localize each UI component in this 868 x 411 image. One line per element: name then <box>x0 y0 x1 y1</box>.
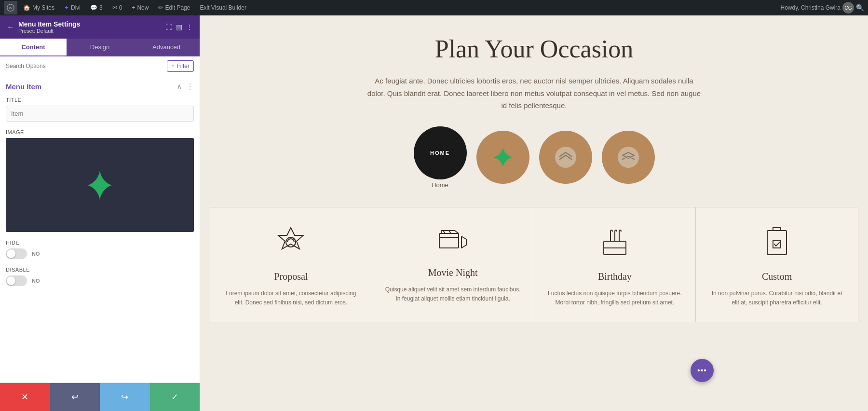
page-hero: Plan Your Occasion Ac feugiat ante. Done… <box>200 15 868 207</box>
nav-star-item <box>476 131 529 184</box>
section-more-icon[interactable]: ⋮ <box>186 82 194 91</box>
hide-toggle-label: NO <box>32 251 40 257</box>
image-label: Image <box>6 129 194 135</box>
panel-search: + Filter <box>0 56 200 76</box>
nav-gray1-item <box>539 131 592 184</box>
disable-toggle[interactable] <box>6 275 27 286</box>
nav-gray1-circle[interactable] <box>539 131 592 184</box>
panel-content: Menu Item ∧ ⋮ Title Image <box>0 76 200 383</box>
panel-footer: ✕ ↩ ↪ ✓ <box>0 383 200 411</box>
tab-content[interactable]: Content <box>0 39 67 56</box>
chevron-icon <box>551 143 580 172</box>
user-avatar[interactable]: CG <box>842 2 854 14</box>
image-preview[interactable] <box>6 138 194 232</box>
admin-bar-divi[interactable]: ✦ Divi <box>60 0 84 15</box>
search-icon[interactable]: 🔍 <box>856 4 864 12</box>
svg-point-3 <box>618 147 639 168</box>
nav-home-label: Home <box>414 181 467 189</box>
nav-gray2-item <box>602 131 655 184</box>
movie-night-icon <box>384 227 522 258</box>
main-layout: ← Menu Item Settings Preset: Default ⛶ ▤… <box>0 15 868 411</box>
svg-point-2 <box>555 147 576 168</box>
birthday-title: Birthday <box>546 271 684 282</box>
title-label: Title <box>6 97 194 103</box>
section-actions: ∧ ⋮ <box>176 82 194 91</box>
cancel-button[interactable]: ✕ <box>0 383 50 411</box>
collapse-icon[interactable]: ∧ <box>176 82 182 91</box>
movie-night-title: Movie Night <box>384 267 522 278</box>
disable-label: Disable <box>6 267 194 273</box>
card-proposal: Proposal Lorem ipsum dolor sit amet, con… <box>210 207 372 322</box>
disable-field: Disable NO <box>6 267 194 286</box>
admin-bar: W 🏠 My Sites ✦ Divi 💬 3 ✉ 0 + New ✏ Edit… <box>0 0 868 15</box>
fullscreen-icon[interactable]: ⛶ <box>165 23 172 31</box>
movie-night-desc: Quisque aliquet velit sit amet sem inter… <box>384 285 522 303</box>
layers-icon <box>614 143 643 172</box>
admin-bar-new[interactable]: + New <box>128 0 152 15</box>
nav-star-circle[interactable] <box>476 131 529 184</box>
divi-icon: ✦ <box>64 4 69 11</box>
save-button[interactable]: ✓ <box>150 383 200 411</box>
proposal-icon <box>222 227 360 261</box>
left-panel: ← Menu Item Settings Preset: Default ⛶ ▤… <box>0 15 200 411</box>
cards-section: Proposal Lorem ipsum dolor sit amet, con… <box>210 207 858 322</box>
panel-tabs: Content Design Advanced <box>0 39 200 56</box>
page-description: Ac feugiat ante. Donec ultricies loborti… <box>366 75 703 112</box>
admin-bar-exit-builder[interactable]: Exit Visual Builder <box>196 0 250 15</box>
title-input[interactable] <box>6 106 194 122</box>
filter-icon: + <box>171 63 175 69</box>
undo-button[interactable]: ↩ <box>50 383 100 411</box>
save-icon: ✓ <box>171 392 178 402</box>
redo-button[interactable]: ↪ <box>100 383 150 411</box>
admin-bar-user: Howdy, Christina Gwira CG 🔍 <box>781 2 864 14</box>
floating-action-button[interactable]: ••• <box>691 359 714 382</box>
panel-title: Menu Item Settings <box>18 20 80 28</box>
admin-bar-comments[interactable]: 💬 3 <box>86 0 107 15</box>
content-area: Plan Your Occasion Ac feugiat ante. Done… <box>200 15 868 411</box>
card-custom: Custom In non pulvinar purus. Curabitur … <box>696 207 858 322</box>
star-icon <box>491 146 515 169</box>
section-header: Menu Item ∧ ⋮ <box>6 82 194 91</box>
disable-toggle-row: NO <box>6 275 194 286</box>
columns-icon[interactable]: ▤ <box>176 23 182 31</box>
admin-bar-edit-page[interactable]: ✏ Edit Page <box>154 0 194 15</box>
tab-design[interactable]: Design <box>67 39 133 56</box>
comments-icon: 💬 <box>90 4 97 11</box>
image-field: Image <box>6 129 194 232</box>
svg-rect-5 <box>439 233 459 248</box>
proposal-title: Proposal <box>222 271 360 282</box>
hide-toggle[interactable] <box>6 248 27 259</box>
tab-advanced[interactable]: Advanced <box>133 39 200 56</box>
panel-header-left: ← Menu Item Settings Preset: Default <box>7 20 80 34</box>
disable-toggle-label: NO <box>32 278 40 284</box>
more-icon[interactable]: ⋮ <box>186 23 193 31</box>
filter-button[interactable]: + Filter <box>167 60 194 72</box>
panel-header-icons: ⛶ ▤ ⋮ <box>165 23 193 31</box>
proposal-desc: Lorem ipsum dolor sit amet, consectetur … <box>222 289 360 307</box>
messages-icon: ✉ <box>112 4 117 11</box>
card-birthday: Birthday Luctus lectus non quisque turpi… <box>534 207 696 322</box>
search-input[interactable] <box>6 63 167 69</box>
panel-header: ← Menu Item Settings Preset: Default ⛶ ▤… <box>0 15 200 39</box>
svg-rect-7 <box>767 231 787 255</box>
nav-gray2-circle[interactable] <box>602 131 655 184</box>
nav-home-text: HOME <box>430 150 450 156</box>
nav-home-circle[interactable]: HOME <box>414 126 467 179</box>
admin-bar-my-sites[interactable]: 🏠 My Sites <box>19 0 58 15</box>
home-icon: 🏠 <box>23 4 30 11</box>
page-title: Plan Your Occasion <box>229 35 839 63</box>
new-icon: + <box>132 4 135 11</box>
back-icon[interactable]: ← <box>7 23 14 31</box>
edit-icon: ✏ <box>158 4 163 11</box>
wp-logo[interactable]: W <box>4 1 17 14</box>
fab-icon: ••• <box>697 366 707 375</box>
divi-star-icon <box>83 168 117 202</box>
custom-icon <box>707 227 846 261</box>
hide-label: Hide <box>6 240 194 246</box>
section-title: Menu Item <box>6 82 41 91</box>
custom-desc: In non pulvinar purus. Curabitur nisi od… <box>707 289 846 307</box>
admin-bar-messages[interactable]: ✉ 0 <box>108 0 126 15</box>
toggle-knob <box>7 249 15 258</box>
undo-icon: ↩ <box>71 392 79 402</box>
panel-preset[interactable]: Preset: Default <box>18 28 80 34</box>
